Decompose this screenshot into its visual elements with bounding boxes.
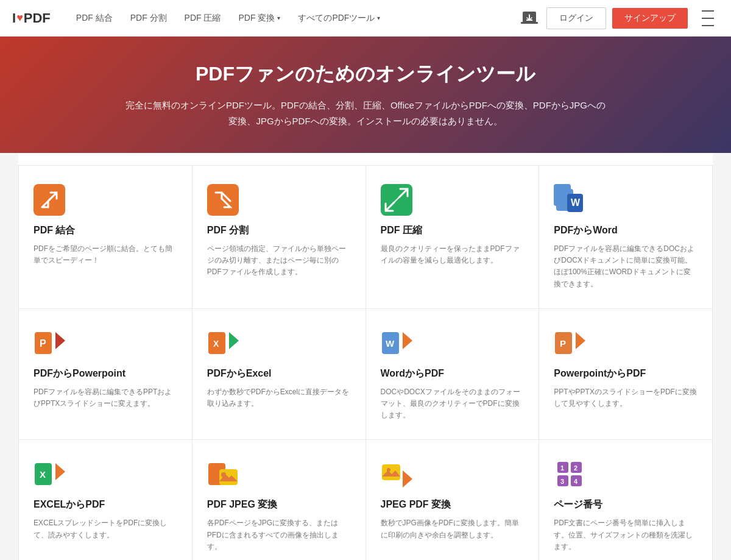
tool-description: PDFファイルを容易に編集できるPPTおよびPPTXスライドショーに変えます。	[34, 386, 177, 409]
logo-pdf: PDF	[24, 10, 51, 26]
nav-item-all-tools[interactable]: すべてのPDFツール ▾	[291, 8, 387, 29]
tool-description: わずか数秒でPDFからExcelに直接データを取り込みます。	[207, 386, 351, 409]
tool-name: PowerpointからPDF	[554, 367, 697, 380]
svg-text:2: 2	[574, 464, 577, 472]
svg-text:P: P	[40, 338, 46, 349]
tool-name: PDFからWord	[554, 224, 697, 237]
tool-name: PDF 圧縮	[381, 224, 524, 237]
tool-name: EXCELからPDF	[34, 498, 177, 511]
tool-name: PDFからExcel	[207, 367, 351, 380]
tool-icon-pdf-to-ppt: P	[34, 327, 65, 359]
svg-text:P: P	[560, 338, 566, 349]
tool-icon-page-number: 1 2 3 4	[554, 458, 585, 490]
login-button[interactable]: ログイン	[546, 7, 606, 29]
tool-icon-compress	[381, 184, 412, 216]
tool-description: PPTやPPTXのスライドショーをPDFに変換して見やすくします。	[554, 386, 697, 409]
tool-icon-word-to-pdf: W	[381, 327, 412, 359]
logo[interactable]: I ♥ PDF	[12, 10, 51, 26]
tool-description: ページ領域の指定、ファイルから単独ページのみ切り離す、またはページ毎に別のPDF…	[207, 243, 351, 278]
tool-icon-pdf-to-word: W	[554, 184, 585, 216]
header: I ♥ PDF PDF 結合 PDF 分割 PDF 圧縮 PDF 変換 ▾ すべ…	[0, 0, 731, 37]
tool-card[interactable]: X PDFからExcel わずか数秒でPDFからExcelに直接データを取り込み…	[192, 309, 366, 441]
svg-text:4: 4	[574, 478, 578, 485]
hamburger-line	[702, 18, 714, 19]
tool-name: JPEG PDF 変換	[381, 498, 524, 511]
tool-description: 数秒でJPG画像をPDFに変換します。簡単に印刷の向きや余白を調整します。	[381, 517, 524, 541]
tool-description: 各PDFページをJPGに変換する、またはPFDに含まれるすべての画像を抽出します…	[207, 517, 351, 553]
tool-card[interactable]: P PDFからPowerpoint PDFファイルを容易に編集できるPPTおよび…	[19, 309, 192, 441]
svg-rect-1	[521, 22, 538, 24]
tool-icon-jpg-to-pdf	[381, 458, 412, 490]
svg-rect-31	[382, 464, 400, 480]
tool-description: DOCやDOCXファイルをそのままのフォーマット、最良のクオリティーでPDFに変…	[381, 386, 524, 422]
tool-card[interactable]: PDF 圧縮 最良のクオリティーを保ったままPDFファイルの容量を減らし最適化し…	[366, 166, 540, 309]
tool-name: ページ番号	[554, 498, 697, 511]
tools-grid: PDF 結合 PDFをご希望のページ順に結合。とても簡単でスピーディー！ PDF…	[18, 165, 713, 560]
hero-description: 完全に無料のオンラインPDFツール。PDFの結合、分割、圧縮、Officeファイ…	[122, 97, 609, 129]
logo-i: I	[12, 10, 16, 26]
tool-name: PDF JPEG 変換	[207, 498, 351, 511]
svg-text:W: W	[386, 338, 395, 349]
tool-name: WordからPDF	[381, 367, 524, 380]
tool-description: PDFをご希望のページ順に結合。とても簡単でスピーディー！	[34, 243, 177, 266]
tool-card[interactable]: W WordからPDF DOCやDOCXファイルをそのままのフォーマット、最良の…	[366, 309, 540, 441]
tool-icon-pdf-to-excel: X	[207, 327, 239, 359]
tool-description: PDFファイルを容易に編集できるDOCおよびDOCXドキュメントに簡単に変換可能…	[554, 243, 697, 290]
nav-item-merge[interactable]: PDF 結合	[69, 8, 120, 29]
tool-icon-split	[207, 184, 239, 216]
logo-heart-icon: ♥	[16, 12, 23, 24]
tools-container: PDF 結合 PDFをご希望のページ順に結合。とても簡単でスピーディー！ PDF…	[18, 153, 713, 560]
tool-card[interactable]: PDF JPEG 変換 各PDFページをJPGに変換する、またはPFDに含まれる…	[192, 440, 366, 560]
svg-text:W: W	[571, 197, 581, 208]
svg-marker-34	[403, 470, 412, 487]
svg-text:1: 1	[560, 464, 564, 472]
chevron-down-icon: ▾	[277, 15, 280, 21]
nav-item-compress[interactable]: PDF 圧縮	[177, 8, 228, 29]
hamburger-line	[702, 10, 714, 12]
tool-card[interactable]: PDF 分割 ページ領域の指定、ファイルから単独ページのみ切り離す、またはページ…	[192, 166, 366, 309]
hero-title: PDFファンのためのオンラインツール	[12, 61, 719, 88]
tool-name: PDF 結合	[34, 224, 177, 237]
hero-section: PDFファンのためのオンラインツール 完全に無料のオンラインPDFツール。PDF…	[0, 37, 731, 153]
tool-icon-merge	[34, 184, 65, 216]
tool-card[interactable]: JPEG PDF 変換 数秒でJPG画像をPDFに変換します。簡単に印刷の向きや…	[366, 440, 540, 560]
header-actions: ログイン サインアップ	[518, 7, 719, 29]
nav-item-convert[interactable]: PDF 変換 ▾	[231, 8, 288, 29]
svg-text:3: 3	[560, 478, 564, 485]
tool-description: PDF文書にページ番号を簡単に挿入します。位置、サイズフォントの種類を洗濯します…	[554, 517, 697, 553]
chevron-down-icon: ▾	[377, 15, 380, 21]
tool-card[interactable]: PDF 結合 PDFをご希望のページ順に結合。とても簡単でスピーディー！	[19, 166, 192, 309]
svg-text:X: X	[40, 469, 46, 480]
tool-card[interactable]: X EXCELからPDF EXCELスプレッドシートをPDFに変換して、読みやす…	[19, 440, 192, 560]
tool-card[interactable]: P PowerpointからPDF PPTやPPTXのスライドショーをPDFに変…	[539, 309, 713, 441]
tool-card[interactable]: W PDFからWord PDFファイルを容易に編集できるDOCおよびDOCXドキ…	[539, 166, 713, 309]
svg-marker-26	[55, 463, 65, 480]
hamburger-menu-button[interactable]	[697, 7, 719, 29]
signup-button[interactable]: サインアップ	[612, 8, 688, 29]
tool-icon-ppt-to-pdf: P	[554, 327, 585, 359]
hamburger-line	[702, 25, 714, 26]
tool-icon-pdf-to-jpg	[207, 458, 239, 490]
tool-description: EXCELスプレッドシートをPDFに変換して、読みやすくします。	[34, 517, 177, 541]
svg-marker-14	[55, 332, 65, 349]
tool-description: 最良のクオリティーを保ったままPDFファイルの容量を減らし最適化します。	[381, 243, 524, 266]
svg-text:X: X	[213, 339, 219, 349]
svg-marker-23	[576, 332, 585, 349]
svg-marker-20	[403, 332, 412, 349]
svg-marker-17	[229, 332, 239, 349]
tool-card[interactable]: 1 2 3 4 ページ番号 PDF文書にページ番号を簡単に挿入します。位置、サイ…	[539, 440, 713, 560]
tool-name: PDFからPowerpoint	[34, 367, 177, 380]
tool-name: PDF 分割	[207, 224, 351, 237]
download-app-icon[interactable]	[518, 7, 540, 29]
tool-icon-excel-to-pdf: X	[34, 458, 65, 490]
nav-item-split[interactable]: PDF 分割	[123, 8, 174, 29]
main-nav: PDF 結合 PDF 分割 PDF 圧縮 PDF 変換 ▾ すべてのPDFツール…	[69, 8, 518, 29]
